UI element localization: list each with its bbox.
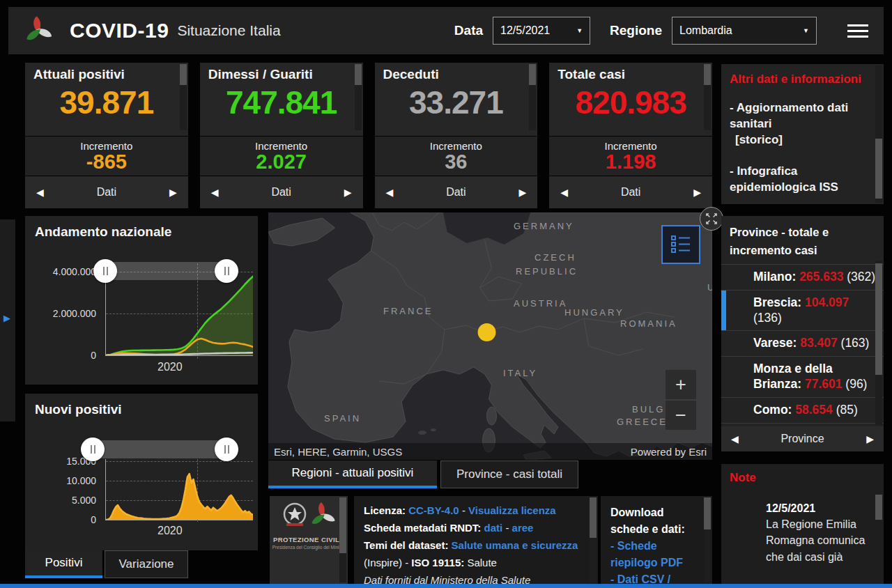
expand-arrow-icon[interactable]: ▶: [3, 313, 10, 323]
dati-prev-button[interactable]: ◀: [211, 187, 219, 198]
dati-next-button[interactable]: ▶: [169, 187, 177, 198]
link-storico[interactable]: [storico]: [730, 132, 882, 148]
slider-handle-right[interactable]: [215, 438, 238, 461]
card-value: 820.983: [558, 84, 704, 121]
map-label-spain: SPAIN: [324, 413, 361, 424]
map-label-italy: ITALY: [503, 368, 537, 378]
scrollbar[interactable]: [875, 65, 882, 203]
tab-variazione[interactable]: Variazione: [105, 550, 188, 578]
metadata-label: Scheda metadati RNDT:: [364, 522, 481, 534]
card-title: Dimessi / Guariti: [208, 67, 355, 82]
note-date: 12/5/2021: [766, 500, 882, 516]
date-select[interactable]: 12/5/2021 ▼: [493, 17, 590, 45]
legend-list-icon: [669, 233, 693, 256]
app-title: COVID-19: [70, 19, 169, 42]
y-axis: 15.00010.0005.0000: [25, 459, 100, 520]
legend-button[interactable]: [661, 225, 700, 264]
province-row-milano[interactable]: Milano: 265.633 (362): [721, 264, 884, 290]
province-row-monza[interactable]: Monza e della Brianza: 77.601 (96): [721, 356, 884, 397]
attribution-sources: Esri, HERE, Garmin, USGS: [274, 446, 402, 458]
scrollbar[interactable]: [875, 489, 882, 587]
card-title: Deceduti: [383, 67, 530, 82]
province-prev-button[interactable]: ◀: [731, 433, 739, 444]
province-row-como[interactable]: Como: 58.654 (85): [721, 397, 884, 423]
tab-regioni-attuali-positivi[interactable]: Regioni - attuali positivi: [268, 461, 437, 488]
increment-value: 36: [375, 152, 538, 172]
dati-next-button[interactable]: ▶: [518, 187, 526, 198]
scrollbar[interactable]: [590, 497, 597, 582]
slider-handle-left[interactable]: [93, 259, 117, 283]
slider-track[interactable]: [105, 262, 226, 280]
metadata-link-aree[interactable]: aree: [512, 522, 534, 534]
theme-link-salute[interactable]: Salute umana e sicurezza: [452, 539, 578, 551]
metadata-link-dati[interactable]: dati: [484, 522, 503, 534]
note-text: La Regione Emilia Romagna comunica che d…: [766, 516, 882, 565]
province-value: 58.654: [795, 403, 833, 417]
y-tick-label: 0: [91, 514, 96, 525]
scrollbar[interactable]: [704, 64, 711, 130]
dati-prev-button[interactable]: ◀: [560, 187, 568, 198]
x-tick-label: 2020: [157, 525, 183, 537]
download-link-pdf[interactable]: - Schede riepilogo PDF: [610, 538, 698, 571]
dataset-theme-line: Temi del dataset: Salute umana e sicurez…: [364, 536, 588, 554]
license-link-ccby[interactable]: CC-BY-4.0: [408, 504, 459, 516]
link-aggiornamento-dati[interactable]: - Aggiornamento dati sanitari: [730, 100, 882, 132]
increment-value: -865: [25, 152, 188, 172]
card-deceduti: Deceduti 33.271 Incremento 36 ◀ Dati ▶: [375, 63, 538, 208]
province-row-varese[interactable]: Varese: 83.407 (163): [721, 330, 884, 356]
scrollbar[interactable]: [529, 64, 536, 130]
scrollbar[interactable]: [704, 497, 711, 582]
card-value: 747.841: [208, 84, 355, 121]
tab-positivi[interactable]: Positivi: [25, 550, 102, 578]
province-row-brescia[interactable]: Brescia: 104.097 (136): [721, 290, 884, 331]
dati-next-button[interactable]: ▶: [693, 187, 701, 198]
scrollbar[interactable]: [339, 497, 346, 582]
dati-pager-label: Dati: [621, 186, 640, 199]
area-chart[interactable]: [105, 459, 253, 520]
lombardia-marker: [478, 323, 496, 341]
theme-label: Temi del dataset:: [364, 539, 448, 551]
fullscreen-button[interactable]: [700, 207, 723, 231]
zoom-in-button[interactable]: +: [666, 370, 696, 399]
zoom-out-button[interactable]: −: [666, 401, 696, 430]
card-value: 33.271: [383, 84, 530, 121]
license-link-view[interactable]: Visualizza licenza: [468, 504, 556, 516]
increment-label: Incremento: [549, 137, 712, 152]
increment-label: Incremento: [25, 137, 188, 152]
province-delta: (96): [845, 377, 867, 391]
link-infografica-iss[interactable]: - Infografica epidemiologica ISS: [730, 164, 882, 196]
map[interactable]: GERMANY CZECH REPUBLIC FRANCE AUSTRIA HU…: [268, 212, 712, 460]
y-tick-label: 4.000.000: [53, 266, 96, 277]
increment-label: Incremento: [200, 137, 363, 152]
map-label-ukraine: U: [707, 282, 712, 293]
map-tabs: Regioni - attuali positivi Province - ca…: [268, 461, 578, 488]
download-link-csv-json[interactable]: - Dati CSV / JSON: [610, 571, 698, 584]
region-select[interactable]: Lombardia ▼: [672, 17, 817, 45]
dati-next-button[interactable]: ▶: [344, 187, 352, 198]
dati-pager-label: Dati: [446, 186, 466, 199]
slider-handle-left[interactable]: [81, 438, 105, 461]
province-value: 83.407: [800, 336, 838, 350]
y-tick-label: 0: [91, 350, 96, 361]
scrollbar[interactable]: [355, 64, 362, 130]
slider-track[interactable]: [93, 440, 226, 458]
map-attribution: Esri, HERE, Garmin, USGS Powered by Esri: [268, 443, 712, 460]
dati-prev-button[interactable]: ◀: [36, 187, 44, 198]
hamburger-menu-icon[interactable]: [847, 21, 868, 41]
province-name: Brescia:: [753, 295, 801, 309]
dati-prev-button[interactable]: ◀: [386, 187, 394, 198]
map-label-romania: ROMANIA: [620, 318, 677, 329]
slider-handle-right[interactable]: [215, 259, 238, 283]
scrollbar[interactable]: [875, 261, 882, 425]
tab-province-casi-totali[interactable]: Province - casi totali: [440, 461, 578, 488]
scrollbar[interactable]: [180, 64, 187, 130]
increment-value: 1.198: [549, 152, 712, 172]
card-dimessi-guariti: Dimessi / Guariti 747.841 Incremento 2.0…: [200, 63, 363, 208]
province-next-button[interactable]: ▶: [866, 433, 874, 444]
map-label-republic: REPUBLIC: [516, 266, 578, 277]
y-tick-label: 5.000: [72, 495, 96, 506]
province-pager-label: Province: [780, 433, 824, 445]
map-label-germany: GERMANY: [514, 221, 574, 231]
province-value: 77.601: [805, 377, 843, 391]
province-delta: (163): [841, 336, 870, 350]
